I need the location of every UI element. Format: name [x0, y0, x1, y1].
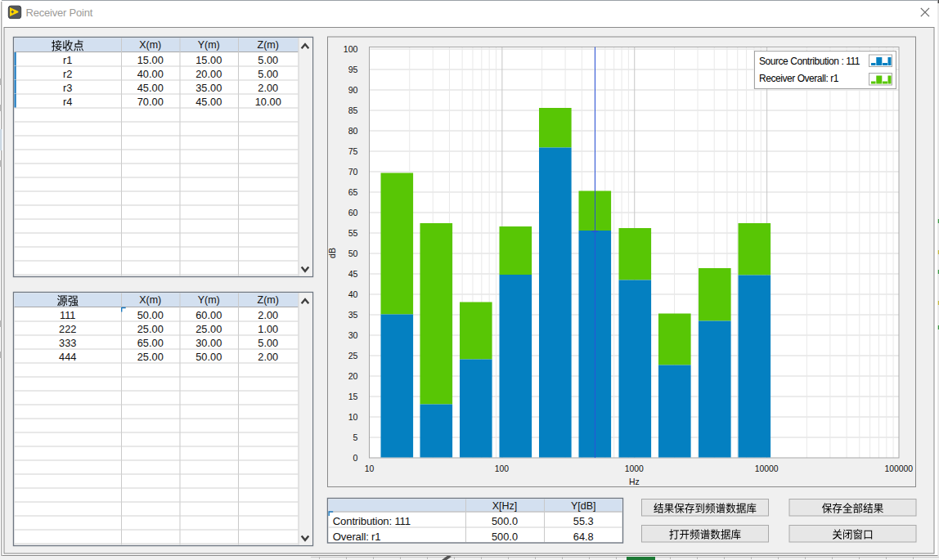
- svg-text:r4: r4: [63, 96, 72, 108]
- svg-text:Receiver Point: Receiver Point: [26, 7, 93, 19]
- svg-text:64.8: 64.8: [573, 531, 594, 543]
- svg-text:Source Contribution : 111: Source Contribution : 111: [759, 56, 860, 67]
- svg-text:r1: r1: [63, 54, 72, 66]
- svg-text:55.3: 55.3: [573, 515, 594, 527]
- svg-text:30.00: 30.00: [195, 337, 222, 349]
- svg-text:Contribution: 111: Contribution: 111: [333, 515, 411, 527]
- svg-text:5.00: 5.00: [258, 337, 278, 349]
- svg-text:dB: dB: [327, 248, 337, 258]
- svg-text:r3: r3: [63, 82, 72, 94]
- svg-text:111: 111: [60, 309, 75, 321]
- svg-text:X(m): X(m): [139, 39, 161, 51]
- svg-text:5.00: 5.00: [258, 68, 278, 80]
- svg-text:45.00: 45.00: [137, 82, 164, 94]
- svg-text:30: 30: [348, 330, 358, 340]
- svg-text:222: 222: [59, 323, 76, 335]
- svg-text:Z(m): Z(m): [258, 294, 279, 306]
- svg-text:40: 40: [348, 289, 358, 299]
- svg-text:80: 80: [348, 126, 358, 136]
- svg-text:20: 20: [348, 371, 358, 381]
- svg-text:10: 10: [365, 464, 375, 473]
- svg-text:100: 100: [344, 44, 358, 54]
- svg-text:2.00: 2.00: [258, 309, 278, 321]
- svg-text:Hz: Hz: [629, 477, 640, 486]
- svg-text:10.00: 10.00: [255, 96, 281, 108]
- svg-text:Y(m): Y(m): [198, 294, 220, 306]
- svg-text:15.00: 15.00: [137, 54, 164, 66]
- svg-text:r2: r2: [63, 68, 72, 80]
- svg-text:65.00: 65.00: [137, 337, 164, 349]
- svg-text:25.00: 25.00: [137, 351, 164, 363]
- svg-text:50.00: 50.00: [137, 309, 164, 321]
- svg-text:50: 50: [348, 249, 358, 258]
- svg-text:Receiver Overall: r1: Receiver Overall: r1: [759, 73, 839, 84]
- svg-text:20.00: 20.00: [195, 68, 222, 80]
- svg-text:85: 85: [348, 105, 358, 115]
- svg-text:5.00: 5.00: [258, 54, 278, 66]
- svg-text:0: 0: [353, 453, 358, 463]
- svg-text:444: 444: [59, 351, 76, 363]
- svg-text:Z(m): Z(m): [258, 39, 279, 51]
- svg-text:55: 55: [348, 228, 358, 238]
- svg-text:500.0: 500.0: [492, 515, 518, 527]
- svg-text:60: 60: [348, 208, 358, 217]
- svg-text:10000: 10000: [755, 464, 779, 473]
- svg-text:1000: 1000: [625, 464, 644, 473]
- svg-text:35.00: 35.00: [195, 82, 222, 94]
- svg-text:5: 5: [353, 432, 358, 442]
- svg-text:X[Hz]: X[Hz]: [492, 500, 518, 512]
- svg-text:Y(m): Y(m): [198, 39, 220, 51]
- svg-text:25: 25: [348, 351, 358, 361]
- svg-text:45.00: 45.00: [195, 96, 222, 108]
- svg-text:90: 90: [348, 85, 358, 95]
- svg-text:X(m): X(m): [139, 294, 161, 306]
- svg-text:25.00: 25.00: [137, 323, 164, 335]
- svg-text:50.00: 50.00: [195, 351, 222, 363]
- svg-text:75: 75: [348, 146, 358, 156]
- svg-text:40.00: 40.00: [137, 68, 164, 80]
- svg-text:60.00: 60.00: [195, 309, 222, 321]
- svg-text:100000: 100000: [884, 464, 913, 473]
- svg-text:15: 15: [348, 392, 358, 401]
- svg-text:95: 95: [348, 65, 358, 74]
- svg-text:Overall: r1: Overall: r1: [333, 531, 381, 543]
- svg-text:35: 35: [348, 310, 358, 320]
- svg-text:10: 10: [348, 412, 358, 422]
- svg-text:65: 65: [348, 187, 358, 197]
- svg-text:70.00: 70.00: [137, 96, 164, 108]
- svg-text:15.00: 15.00: [195, 54, 222, 66]
- svg-text:45: 45: [348, 269, 358, 279]
- svg-text:1.00: 1.00: [258, 323, 278, 335]
- svg-text:Y[dB]: Y[dB]: [571, 500, 596, 512]
- svg-text:500.0: 500.0: [492, 531, 518, 543]
- svg-text:2.00: 2.00: [258, 351, 278, 363]
- svg-text:25.00: 25.00: [195, 323, 222, 335]
- svg-text:100: 100: [495, 464, 510, 473]
- svg-text:2.00: 2.00: [258, 82, 278, 94]
- svg-text:70: 70: [348, 167, 358, 177]
- svg-text:333: 333: [59, 337, 76, 349]
